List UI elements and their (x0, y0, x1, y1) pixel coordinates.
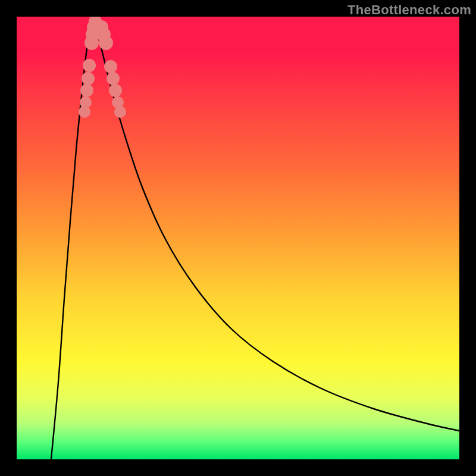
chart-frame: TheBottleneck.com (0, 0, 476, 476)
scatter-point (82, 72, 95, 85)
scatter-point (80, 96, 92, 108)
scatter-point (114, 106, 126, 118)
watermark-text: TheBottleneck.com (347, 2, 471, 18)
scatter-point (107, 72, 120, 85)
scatter-point (109, 84, 122, 97)
plot-area (17, 17, 459, 459)
scatter-point (99, 36, 113, 50)
scatter-point (83, 59, 96, 72)
scatter-point (80, 84, 93, 97)
scatter-layer (17, 17, 459, 459)
scatter-point (104, 60, 117, 73)
